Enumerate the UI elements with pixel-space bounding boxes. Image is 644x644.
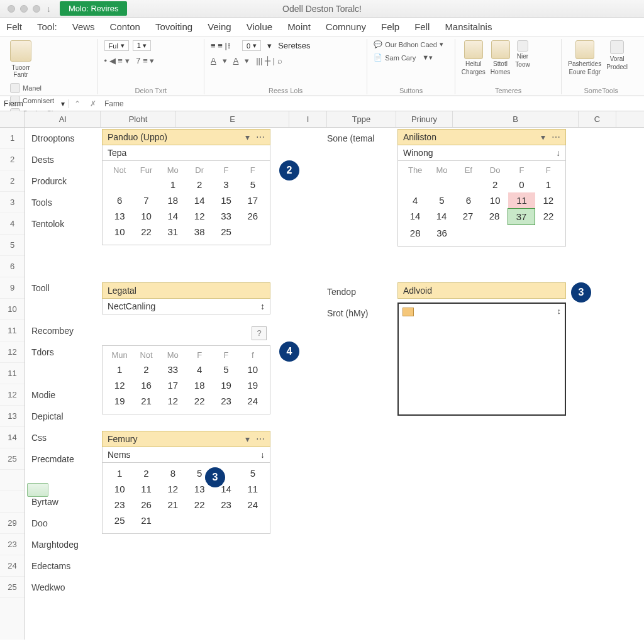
row-header[interactable]: 10 (0, 299, 25, 320)
col-header[interactable]: Prinury (396, 111, 453, 127)
ribbon-label: Fantr (13, 71, 28, 78)
font-select[interactable]: Ful ▾ (104, 40, 129, 51)
dropdown-header[interactable]: Aniliston▾⋯ (397, 129, 566, 145)
ribbon-group-label: Temeres (462, 86, 555, 94)
more-icon[interactable]: ⋯ (256, 434, 265, 444)
calendar[interactable]: TheMoEfDoFF2014561011121414272837222836 (397, 161, 566, 247)
col-header[interactable]: C (579, 111, 616, 127)
tool-icon (610, 40, 624, 54)
row-header[interactable]: 25 (0, 577, 25, 598)
paste-icon[interactable] (10, 40, 31, 62)
row-header[interactable]: 12 (0, 341, 25, 363)
menu-item[interactable]: Tool: (37, 21, 57, 32)
col-header[interactable]: B (453, 111, 579, 127)
dropdown-header[interactable]: Adlvoid (397, 282, 566, 299)
ribbon-btn[interactable]: SttotlHomes (491, 40, 511, 75)
row-label (25, 256, 101, 277)
row-header[interactable]: 25 (0, 448, 25, 470)
calendar[interactable]: NotFurMoDrFF1235671814151713101412332610… (102, 161, 270, 245)
ribbon-btn[interactable]: NierToow (515, 40, 530, 68)
down-arrow-icon[interactable]: ↓ (260, 450, 265, 460)
chevron-down-icon[interactable]: ▾ (245, 132, 250, 142)
row-header[interactable]: 2 (0, 149, 25, 170)
col-header[interactable]: I (289, 111, 327, 127)
menu-item[interactable]: Mansitalnis (445, 21, 492, 32)
ribbon-btn[interactable]: PashertidesEoure Edgr (568, 40, 601, 75)
chevron-down-icon[interactable]: ▾ (245, 434, 250, 444)
row-label: Produrck (25, 170, 101, 192)
calendar[interactable]: MunNotMoFFf12334510121617181919192112222… (102, 345, 270, 414)
dropdown-icon[interactable]: ↓ (47, 4, 51, 14)
row-header[interactable] (0, 470, 25, 491)
menu-item[interactable]: Fell (414, 21, 430, 32)
chevron-down-icon[interactable]: ▾ (541, 132, 545, 142)
row-header[interactable]: 23 (0, 534, 25, 555)
num-select[interactable]: 0 ▾ (242, 40, 261, 51)
calendar[interactable]: 128551011121314112326212223242521 (102, 463, 270, 534)
image-box[interactable]: ↕ (397, 303, 566, 416)
dropdown-header[interactable]: Femury▾⋯ (102, 431, 270, 447)
row-header[interactable]: 2 (0, 170, 25, 192)
ribbon-btn[interactable]: 💬 Our Bdhon Caed ▾ (374, 40, 443, 48)
row-header[interactable] (0, 491, 25, 513)
menu-item[interactable]: Veing (208, 21, 231, 32)
dropdown-sub[interactable]: Winong↓ (397, 145, 566, 161)
menu-item[interactable]: Tovoiting (155, 21, 192, 32)
minimize-icon[interactable] (20, 5, 28, 13)
col-header[interactable]: Tppe (327, 111, 396, 127)
dropdown-panel-4: Femury▾⋯ Nems↓ 1285510111213141123262122… (102, 431, 270, 534)
active-tab[interactable]: Molo: Revires (60, 1, 127, 16)
name-box[interactable]: Fierm▾ (0, 99, 69, 108)
menu-item[interactable]: Felp (381, 21, 399, 32)
dropdown-sub[interactable]: Tepa (102, 145, 270, 161)
row-header[interactable]: 12 (0, 384, 25, 406)
ribbon-btn[interactable]: HeitulCharges (462, 40, 486, 75)
help-button[interactable]: ? (252, 326, 267, 340)
callout-badge-2: 2 (279, 160, 299, 180)
updown-icon[interactable]: ↕ (260, 301, 265, 311)
row-header[interactable]: 1 (0, 128, 25, 149)
row-header[interactable]: 14 (0, 427, 25, 448)
sheet-tab-icon[interactable] (27, 483, 48, 497)
menu-item[interactable]: Comnuny (326, 21, 366, 32)
maximize-icon[interactable] (33, 5, 40, 13)
dropdown-header[interactable]: Legatal (102, 282, 270, 299)
updown-icon[interactable]: ↕ (557, 306, 562, 316)
down-arrow-icon[interactable]: ↓ (556, 148, 560, 158)
cell-label: Srot (hMy) (327, 303, 396, 324)
close-icon[interactable] (8, 5, 15, 13)
row-header[interactable]: 11 (0, 363, 25, 384)
menu-item[interactable]: Moint (287, 21, 311, 32)
row-header[interactable]: 3 (0, 192, 25, 213)
more-icon[interactable]: ⋯ (256, 132, 265, 142)
ribbon-btn[interactable]: VoralProdecl (606, 40, 628, 70)
ribbon-btn[interactable]: Manel (10, 83, 67, 93)
row-header[interactable]: 24 (0, 555, 25, 577)
col-header[interactable]: E (176, 111, 289, 127)
more-icon[interactable]: ⋯ (552, 132, 560, 142)
ribbon-btn[interactable]: 📄 Sam Cary ▼▾ (374, 53, 433, 62)
dropdown-header[interactable]: Panduo (Uppo)▾⋯ (102, 129, 270, 145)
menu-item[interactable]: Vews (72, 21, 95, 32)
row-header[interactable]: 6 (0, 256, 25, 277)
col-header[interactable]: Al (25, 111, 101, 127)
row-header[interactable]: 9 (0, 277, 25, 299)
row-label (25, 299, 101, 320)
row-header[interactable]: 29 (0, 513, 25, 534)
menu-item[interactable]: Violue (247, 21, 272, 32)
row-header[interactable]: 5 (0, 235, 25, 256)
menu-item[interactable]: Conton (110, 21, 140, 32)
dropdown-sub[interactable]: Nems↓ (102, 447, 270, 463)
row-label: Tentolok (25, 213, 101, 235)
row-header[interactable]: 11 (0, 320, 25, 341)
select-all-corner[interactable] (0, 111, 25, 127)
row-header[interactable]: 4 (0, 213, 25, 235)
size-select[interactable]: 1 ▾ (133, 40, 151, 51)
col-header[interactable]: Ploht (101, 111, 176, 127)
formula-input[interactable]: Fame (101, 99, 644, 108)
dropdown-sub[interactable]: NectCanling↕ (102, 299, 270, 314)
row-label: Wedkwo (25, 577, 101, 598)
menu-item[interactable]: Felt (6, 21, 22, 32)
row-header[interactable]: 13 (0, 406, 25, 427)
fx-controls[interactable]: ⌃✗ (69, 99, 101, 108)
